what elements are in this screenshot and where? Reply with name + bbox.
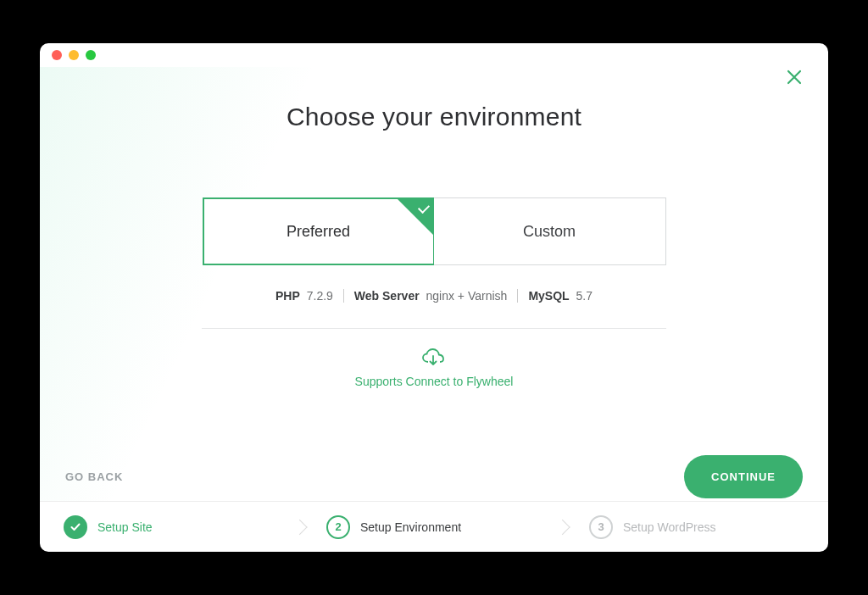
step-2-label: Setup Environment xyxy=(360,520,461,534)
window-minimize-icon[interactable] xyxy=(69,50,79,60)
window-maximize-icon[interactable] xyxy=(86,50,96,60)
action-bar: GO BACK CONTINUE xyxy=(40,455,828,498)
spec-row: PHP 7.2.9 Web Server nginx + Varnish MyS… xyxy=(265,289,603,303)
page-title: Choose your environment xyxy=(287,103,581,131)
flywheel-text: Supports Connect to Flywheel xyxy=(355,375,514,388)
step-3-label: Setup WordPress xyxy=(623,520,715,534)
step-setup-wordpress[interactable]: 3 Setup WordPress xyxy=(565,502,828,552)
spec-mysql-value: 5.7 xyxy=(576,289,593,303)
divider xyxy=(202,328,666,329)
flywheel-info: Supports Connect to Flywheel xyxy=(355,348,514,388)
step-setup-site[interactable]: Setup Site xyxy=(40,502,303,552)
titlebar xyxy=(40,43,828,67)
option-custom-label: Custom xyxy=(523,223,576,241)
step-1-check-icon xyxy=(64,515,87,539)
spec-webserver: Web Server nginx + Varnish xyxy=(343,289,518,303)
selected-check-icon xyxy=(398,199,433,235)
window-close-icon[interactable] xyxy=(52,50,62,60)
close-icon[interactable] xyxy=(786,69,803,86)
spec-webserver-value: nginx + Varnish xyxy=(426,289,508,303)
step-2-number: 2 xyxy=(326,515,350,539)
step-3-number: 3 xyxy=(589,515,613,539)
go-back-button[interactable]: GO BACK xyxy=(65,470,123,483)
option-preferred[interactable]: Preferred xyxy=(203,197,435,265)
environment-options: Preferred Custom xyxy=(203,197,666,265)
spec-mysql: MySQL 5.7 xyxy=(517,289,603,303)
continue-button[interactable]: CONTINUE xyxy=(684,455,803,498)
step-setup-environment[interactable]: 2 Setup Environment xyxy=(303,502,565,552)
spec-php-label: PHP xyxy=(275,289,300,303)
spec-php: PHP 7.2.9 xyxy=(265,289,343,303)
cloud-download-icon xyxy=(421,348,447,368)
spec-mysql-label: MySQL xyxy=(528,289,569,303)
stepper: Setup Site 2 Setup Environment 3 Setup W… xyxy=(40,501,828,552)
option-custom[interactable]: Custom xyxy=(434,197,666,265)
spec-webserver-label: Web Server xyxy=(354,289,420,303)
option-preferred-label: Preferred xyxy=(287,223,350,241)
app-window: Choose your environment Preferred Custom… xyxy=(40,43,828,552)
main-content: Choose your environment Preferred Custom… xyxy=(40,67,828,501)
step-1-label: Setup Site xyxy=(97,520,153,534)
spec-php-value: 7.2.9 xyxy=(307,289,333,303)
